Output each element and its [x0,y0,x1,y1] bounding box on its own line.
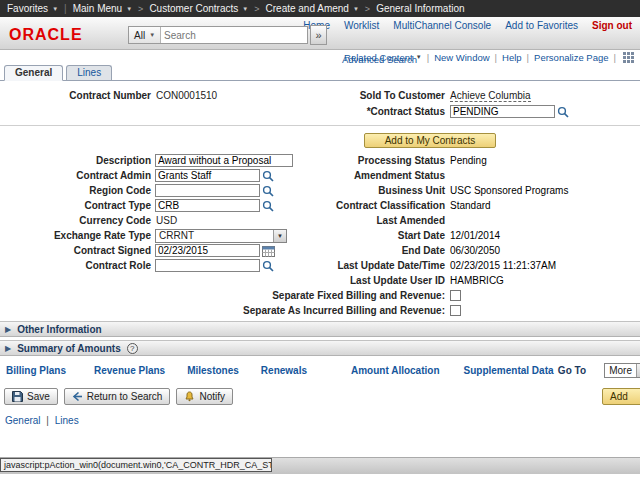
save-button[interactable]: Save [4,388,58,405]
business-unit-value: USC Sponsored Programs [450,185,640,196]
milestones-link[interactable]: Milestones [187,365,239,376]
contract-status-label: *Contract Status [308,106,450,117]
new-window-link[interactable]: New Window [434,52,489,63]
breadcrumb-create-and-amend[interactable]: Create and Amend▼ [266,3,359,14]
sold-to-customer-label: Sold To Customer [308,90,450,101]
multichannel-console-link[interactable]: MultiChannel Console [393,20,491,31]
form-row: Description Processing Status Pending [0,153,640,168]
breadcrumb-separator: > [138,4,143,14]
breadcrumb-main-menu[interactable]: Main Menu▼ [73,3,132,14]
contract-admin-label: Contract Admin [0,170,155,181]
start-date-label: Start Date [308,230,450,241]
general-page-link[interactable]: General [5,415,41,426]
separate-fixed-billing-label: Separate Fixed Billing and Revenue: [100,290,450,301]
personalize-page-link[interactable]: Personalize Page [534,52,608,63]
sold-to-customer-link[interactable]: Achieve Columbia [450,90,531,102]
tab-general[interactable]: General [4,65,63,81]
contract-signed-input[interactable] [155,244,260,257]
go-to-label: Go To [558,365,586,376]
add-to-favorites-link[interactable]: Add to Favorites [505,20,578,31]
contract-number-value: CON0001510 [156,90,217,101]
chevron-down-icon: ▼ [52,6,58,12]
search-go-icon[interactable]: » [310,25,327,45]
lookup-magnifier-icon[interactable] [262,200,274,212]
add-button[interactable]: Add [602,388,640,405]
action-toolbar: Save Return to Search Notify Add [0,376,640,406]
contract-classification-value: Standard [450,200,640,211]
lookup-magnifier-icon[interactable] [262,260,274,272]
breadcrumb-favorites[interactable]: Favorites▼ [7,3,58,14]
breadcrumb-separator: > [254,4,259,14]
page-bar: Related Content▼ | New Window | Help | P… [0,50,640,64]
contract-role-input[interactable] [155,259,260,272]
region-code-input[interactable] [155,184,260,197]
pagebar-separator: | [495,52,497,63]
start-date-value: 12/01/2014 [450,230,640,241]
add-to-my-contracts-button[interactable]: Add to My Contracts [364,133,496,148]
exchange-rate-type-select[interactable]: CRRNT ▼ [155,229,287,243]
contract-classification-label: Contract Classification [308,200,450,211]
lookup-magnifier-icon[interactable] [262,170,274,182]
help-icon[interactable]: ? [127,343,138,354]
chevron-down-icon: ▼ [273,230,286,242]
pagebar-separator: | [427,52,429,63]
other-information-section[interactable]: ▶ Other Information [0,321,640,337]
description-input[interactable] [155,154,293,167]
status-tooltip: javascript:pAction_win0(document.win0,'C… [0,458,272,472]
lookup-magnifier-icon[interactable] [557,106,569,118]
form-row: Last Update User ID HAMBRICG [0,273,640,288]
contract-number-row: Contract Number CON0001510 Sold To Custo… [0,88,640,103]
breadcrumb-divider: | [64,3,67,14]
currency-code-label: Currency Code [0,215,155,226]
tab-lines[interactable]: Lines [66,65,112,80]
expand-arrow-icon: ▶ [5,344,11,353]
notify-button[interactable]: Notify [176,388,233,405]
supplemental-data-link[interactable]: Supplemental Data [464,365,554,376]
calendar-icon[interactable] [262,245,275,257]
return-to-search-button[interactable]: Return to Search [64,388,171,405]
separate-as-incurred-billing-checkbox[interactable] [450,305,461,316]
lookup-magnifier-icon[interactable] [262,185,274,197]
end-date-value: 06/30/2050 [450,245,640,256]
chevron-down-icon: ▼ [242,6,248,12]
billing-plans-link[interactable]: Billing Plans [6,365,66,376]
chevron-down-icon: ▼ [126,6,132,12]
description-label: Description [0,155,155,166]
pagebar-separator: | [614,52,616,63]
separate-fixed-billing-checkbox[interactable] [450,290,461,301]
advanced-search-link[interactable]: Advanced Search [342,54,417,65]
revenue-plans-link[interactable]: Revenue Plans [94,365,165,376]
global-header: ORACLE Home Worklist MultiChannel Consol… [0,17,640,50]
form-row: Contract Admin Amendment Status [0,168,640,183]
sign-out-link[interactable]: Sign out [592,20,632,31]
grid-icon[interactable] [623,52,634,63]
page-content: Contract Number CON0001510 Sold To Custo… [0,81,640,426]
form-row: Exchange Rate Type CRRNT ▼ Start Date 12… [0,228,640,243]
summary-of-amounts-section[interactable]: ▶ Summary of Amounts ? [0,340,640,356]
expand-arrow-icon: ▶ [5,325,11,334]
search-input[interactable] [161,28,307,43]
help-link[interactable]: Help [502,52,522,63]
worklist-link[interactable]: Worklist [344,20,379,31]
oracle-logo: ORACLE [9,26,83,44]
lines-page-link[interactable]: Lines [55,415,79,426]
amount-allocation-link[interactable]: Amount Allocation [351,365,440,376]
form-row: Separate As Incurred Billing and Revenue… [0,303,640,318]
contract-type-label: Contract Type [0,200,155,211]
save-icon [12,391,23,402]
contract-number-label: Contract Number [0,90,155,101]
contract-admin-input[interactable] [155,169,260,182]
contract-status-input[interactable] [450,105,555,118]
contract-type-input[interactable] [155,199,260,212]
renewals-link[interactable]: Renewals [261,365,307,376]
contract-signed-label: Contract Signed [0,245,155,256]
peoplesoft-window: Favorites▼ | Main Menu▼ > Customer Contr… [0,0,640,480]
breadcrumb-customer-contracts[interactable]: Customer Contracts▼ [149,3,248,14]
search-scope-dropdown[interactable]: All ▼ [129,27,161,43]
last-update-user-label: Last Update User ID [308,275,450,286]
form-row: Contract Signed End Date 06/30/2050 [0,243,640,258]
form-row: Separate Fixed Billing and Revenue: [0,288,640,303]
form-row: Contract Role Last Update Date/Time 02/2… [0,258,640,273]
region-code-label: Region Code [0,185,155,196]
last-update-datetime-value: 02/23/2015 11:21:37AM [450,260,640,271]
